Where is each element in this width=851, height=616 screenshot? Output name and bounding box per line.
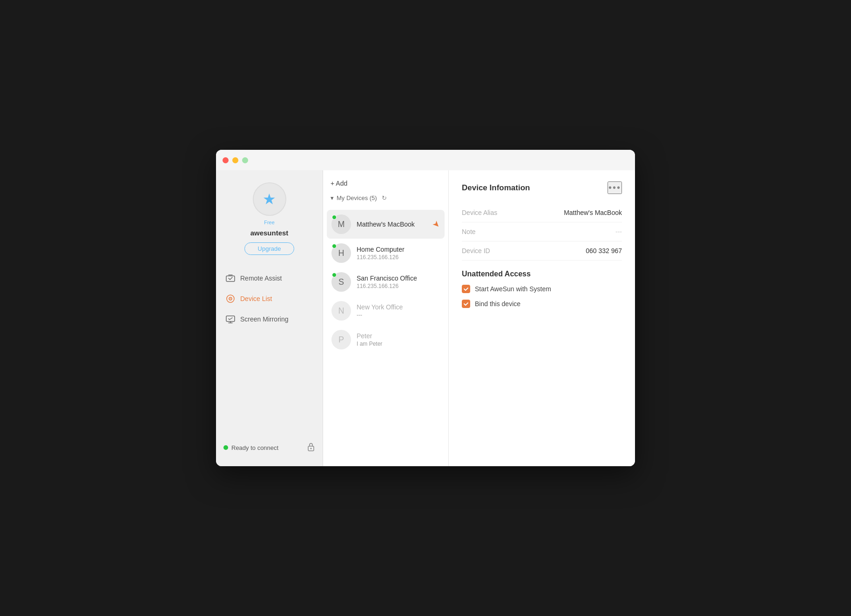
device-avatar-h: H [331, 243, 351, 263]
device-name-home-computer: Home Computer [357, 246, 440, 253]
device-item-home-computer[interactable]: H Home Computer 116.235.166.126 [327, 239, 445, 268]
info-value-alias: Matthew's MacBook [564, 209, 622, 216]
status-label: Ready to connect [231, 444, 278, 451]
minimize-button[interactable] [232, 157, 238, 163]
checkbox-row-start-with-system[interactable]: Start AweSun with System [462, 285, 622, 293]
info-row-note: Note --- [462, 222, 622, 241]
screen-mirroring-label: Screen Mirroring [240, 315, 288, 323]
group-header[interactable]: ▾ My Devices (5) ↻ [331, 192, 441, 206]
remote-assist-label: Remote Assist [240, 275, 282, 282]
device-panel: + Add ▾ My Devices (5) ↻ M Matthew's Mac… [323, 170, 449, 466]
sidebar-item-remote-assist[interactable]: Remote Assist [216, 268, 323, 288]
sidebar-item-device-list[interactable]: Device List [216, 288, 323, 309]
device-avatar-n: N [331, 301, 351, 321]
device-ip-ny-office: --- [357, 312, 440, 318]
sidebar-item-screen-mirroring[interactable]: Screen Mirroring [216, 309, 323, 329]
remote-assist-icon [225, 273, 236, 283]
device-ip-home-computer: 116.235.166.126 [357, 254, 440, 261]
device-name-sf-office: San Francisco Office [357, 275, 440, 282]
lock-icon[interactable] [307, 442, 315, 453]
device-list: M Matthew's MacBook ➤ H Home Computer [323, 210, 448, 466]
device-info-sf-office: San Francisco Office 116.235.166.126 [357, 275, 440, 289]
traffic-lights [223, 157, 248, 163]
device-avatar-s: S [331, 272, 351, 292]
username: awesuntest [250, 229, 289, 237]
sidebar-footer: Ready to connect [216, 436, 323, 459]
upgrade-button[interactable]: Upgrade [244, 242, 295, 255]
main-window: ★ Free awesuntest Upgrade Remot [216, 150, 635, 466]
info-row-alias: Device Alias Matthew's MacBook [462, 203, 622, 222]
checkbox-start-with-system[interactable] [462, 285, 470, 293]
device-item-ny-office[interactable]: N New York Office --- [327, 296, 445, 325]
checkbox-label-bind-device: Bind this device [475, 300, 520, 308]
add-button[interactable]: + Add [331, 178, 347, 192]
online-dot [332, 215, 337, 220]
refresh-icon[interactable]: ↻ [382, 194, 387, 201]
more-options-button[interactable]: ••• [608, 181, 622, 194]
device-list-icon [225, 294, 236, 304]
device-list-label: Device List [240, 295, 272, 302]
device-info-matthews-macbook: Matthew's MacBook [357, 221, 427, 228]
device-info-home-computer: Home Computer 116.235.166.126 [357, 246, 440, 261]
device-ip-peter: I am Peter [357, 341, 440, 347]
unattended-access-title: Unattended Access [462, 270, 622, 278]
device-info-ny-office: New York Office --- [357, 303, 440, 318]
online-dot-s [332, 273, 337, 277]
device-item-matthews-macbook[interactable]: M Matthew's MacBook ➤ [327, 210, 445, 239]
info-row-device-id: Device ID 060 332 967 [462, 241, 622, 261]
info-header: Device Infomation ••• [462, 181, 622, 194]
device-info-peter: Peter I am Peter [357, 332, 440, 347]
svg-point-3 [230, 298, 231, 299]
plan-label: Free [264, 220, 275, 225]
screen-mirroring-icon [225, 314, 236, 324]
device-name-ny-office: New York Office [357, 303, 440, 311]
checkbox-row-bind-device[interactable]: Bind this device [462, 300, 622, 308]
info-panel: Device Infomation ••• Device Alias Matth… [449, 170, 635, 466]
checkbox-label-start-with-system: Start AweSun with System [475, 285, 551, 293]
info-value-device-id: 060 332 967 [586, 247, 622, 254]
device-avatar-p: P [331, 330, 351, 349]
nav-items: Remote Assist Device List [216, 264, 323, 436]
chevron-down-icon: ▾ [331, 194, 334, 201]
profile-section: ★ Free awesuntest Upgrade [216, 178, 323, 264]
info-label-note: Note [462, 228, 476, 235]
connect-arrow-icon[interactable]: ➤ [430, 218, 442, 230]
device-item-peter[interactable]: P Peter I am Peter [327, 325, 445, 354]
status-dot [223, 445, 228, 450]
titlebar [216, 150, 635, 170]
device-panel-header: + Add ▾ My Devices (5) ↻ [323, 170, 448, 210]
info-label-device-id: Device ID [462, 247, 490, 254]
info-value-note: --- [615, 228, 622, 235]
device-name-matthews-macbook: Matthew's MacBook [357, 221, 427, 228]
device-ip-sf-office: 116.235.166.126 [357, 283, 440, 289]
checkbox-bind-device[interactable] [462, 300, 470, 308]
info-panel-title: Device Infomation [462, 183, 530, 193]
star-icon: ★ [263, 190, 276, 208]
connection-status: Ready to connect [223, 444, 278, 451]
group-label: My Devices (5) [337, 194, 377, 201]
online-dot-h [332, 244, 337, 248]
close-button[interactable] [223, 157, 229, 163]
info-label-alias: Device Alias [462, 209, 497, 216]
zoom-button[interactable] [242, 157, 248, 163]
sidebar: ★ Free awesuntest Upgrade Remot [216, 170, 323, 466]
avatar: ★ [253, 182, 286, 216]
device-name-peter: Peter [357, 332, 440, 340]
main-content: ★ Free awesuntest Upgrade Remot [216, 170, 635, 466]
device-item-sf-office[interactable]: S San Francisco Office 116.235.166.126 [327, 268, 445, 296]
device-avatar-m: M [331, 214, 351, 234]
svg-point-6 [311, 448, 312, 449]
